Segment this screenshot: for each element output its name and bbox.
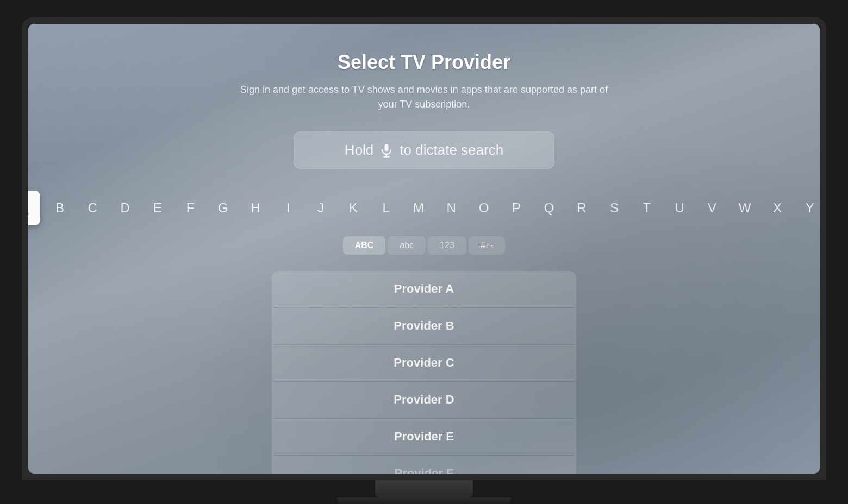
key-X[interactable]: X [764,193,790,223]
mode-symbols[interactable]: #+- [469,236,506,255]
dictate-hold-text: Hold [345,142,373,159]
provider-item-c[interactable]: Provider C [272,345,576,381]
key-V[interactable]: V [699,193,725,223]
mode-numbers[interactable]: 123 [428,236,466,255]
provider-item-d[interactable]: Provider D [272,382,576,418]
dictate-bar[interactable]: Hold to dictate search [294,131,554,169]
mode-abc-upper[interactable]: ABC [343,236,386,255]
key-Q[interactable]: Q [536,193,562,223]
key-T[interactable]: T [634,193,660,223]
svg-rect-0 [385,144,389,151]
tv-frame: Select TV Provider Sign in and get acces… [22,17,826,480]
key-H[interactable]: H [242,193,269,223]
key-R[interactable]: R [569,193,595,223]
key-O[interactable]: O [471,193,497,223]
tv-stand [375,480,473,497]
page-subtitle: Sign in and get access to TV shows and m… [239,83,609,112]
tv-base [337,497,511,504]
key-A[interactable]: A [28,191,40,225]
key-Y[interactable]: Y [797,193,820,223]
key-W[interactable]: W [732,193,758,223]
tv-screen: Select TV Provider Sign in and get acces… [28,24,820,474]
key-G[interactable]: G [210,193,236,223]
key-K[interactable]: K [340,193,366,223]
key-P[interactable]: P [503,193,529,223]
key-U[interactable]: U [666,193,693,223]
key-C[interactable]: C [79,193,105,223]
key-M[interactable]: M [406,193,432,223]
key-I[interactable]: I [275,193,301,223]
key-F[interactable]: F [177,193,203,223]
key-B[interactable]: B [47,193,73,223]
provider-item-b[interactable]: Provider B [272,308,576,344]
keyboard-row: SPACE A B C D E F G H I J K L M N O P Q … [50,191,798,225]
provider-item-e[interactable]: Provider E [272,419,576,455]
mode-abc-lower[interactable]: abc [388,236,426,255]
key-D[interactable]: D [112,193,138,223]
key-S[interactable]: S [601,193,627,223]
dictate-after-text: to dictate search [400,142,503,159]
provider-item-f[interactable]: Provider F [272,456,576,474]
key-E[interactable]: E [145,193,171,223]
key-L[interactable]: L [373,193,399,223]
key-N[interactable]: N [438,193,464,223]
page-title: Select TV Provider [338,51,510,74]
provider-list: Provider A Provider B Provider C Provide… [272,271,576,474]
keyboard-mode-row: ABC abc 123 #+- [343,236,506,255]
microphone-icon [379,143,394,158]
provider-item-a[interactable]: Provider A [272,271,576,307]
key-J[interactable]: J [308,193,334,223]
